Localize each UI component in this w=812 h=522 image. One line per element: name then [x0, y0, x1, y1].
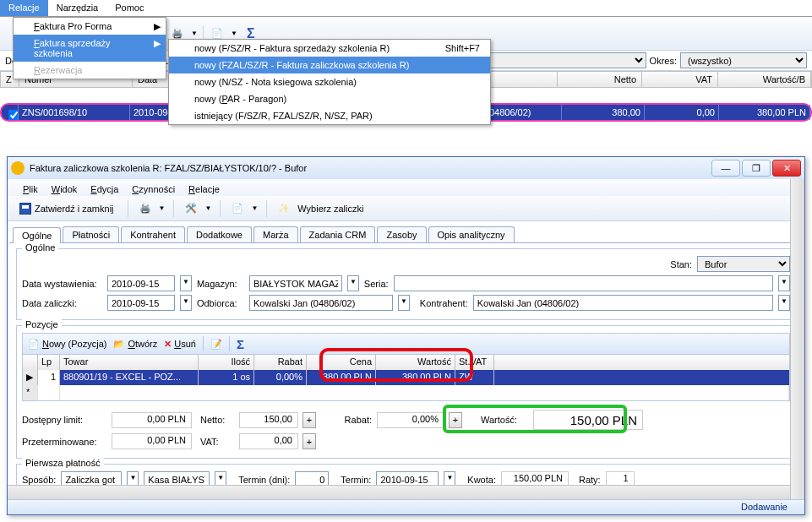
- cell-ilosc: 1 os: [199, 370, 254, 385]
- pozycje-header: Lp Towar Ilość Rabat Cena Wartość St.VAT: [23, 355, 789, 370]
- dropdown-caret-icon[interactable]: ▼: [347, 275, 359, 291]
- dropdown-caret-icon[interactable]: ▼: [778, 275, 790, 291]
- dropdown-caret-icon[interactable]: ▼: [159, 204, 166, 212]
- sigma-icon[interactable]: Σ: [237, 337, 244, 351]
- col-netto[interactable]: Netto: [558, 72, 642, 87]
- menu-relacje[interactable]: Relacje: [0, 0, 48, 16]
- wybierz-zaliczki-button[interactable]: Wybierz zaliczki: [297, 204, 363, 214]
- dropdown-caret-icon[interactable]: ▼: [398, 295, 410, 311]
- winmenu-edycja[interactable]: Edycja: [84, 182, 125, 196]
- col-vat[interactable]: VAT: [642, 72, 718, 87]
- fm-nowy-fzal[interactable]: nowy (FZAL/SZ/R - Faktura zaliczkowa szk…: [169, 57, 490, 73]
- cell-lp: 1: [38, 370, 60, 385]
- col-wartoscb[interactable]: Wartość/B: [718, 72, 811, 87]
- tab-ogolne[interactable]: Ogólne: [13, 227, 61, 243]
- stan-select[interactable]: Bufor: [697, 256, 790, 272]
- preterm-label: Przeterminowane:: [22, 437, 106, 447]
- menu-pomoc[interactable]: Pomoc: [106, 0, 152, 16]
- tab-dodatkowe[interactable]: Dodatkowe: [187, 226, 252, 242]
- preview-icon[interactable]: 📄: [229, 200, 246, 217]
- otworz-button[interactable]: 📂Otwórz: [113, 339, 157, 350]
- cell-towar: 880901/19 - EXCEL - POZ...: [60, 370, 199, 385]
- data-wystawienia-input[interactable]: [107, 275, 175, 291]
- dropdown-caret-icon[interactable]: ▼: [231, 30, 237, 37]
- col-stvat[interactable]: St.VAT: [455, 355, 494, 370]
- submenu-faktura-sprzedazy[interactable]: Faktura sprzedaży szkolenia▶: [14, 35, 166, 62]
- dropdown-caret-icon[interactable]: ▼: [251, 204, 258, 212]
- wand-icon: ✨: [275, 200, 292, 217]
- shortcut-label: Shift+F7: [445, 43, 480, 53]
- new-icon: 📄: [28, 339, 40, 350]
- tab-zasoby[interactable]: Zasoby: [377, 226, 426, 242]
- kontrahent-input[interactable]: [473, 295, 773, 311]
- date-picker-icon[interactable]: ▼: [180, 295, 192, 311]
- winmenu-relacje[interactable]: Relacje: [182, 182, 226, 196]
- pozycja-new-row[interactable]: *: [23, 385, 789, 400]
- pierwsza-platnosc-legend: Pierwsza płatność: [22, 458, 104, 468]
- pozycja-row[interactable]: ▶ 1 880901/19 - EXCEL - POZ... 1 os 0,00…: [23, 370, 789, 385]
- edit-icon[interactable]: 📝: [210, 339, 222, 350]
- fm-nowy-fszr[interactable]: nowy (F/SZ/R - Faktura sprzedaży szkolen…: [169, 40, 490, 57]
- date-picker-icon[interactable]: ▼: [180, 275, 192, 291]
- window-title: Faktura zaliczkowa szkolenia R: FZAL/SZ/…: [30, 163, 710, 173]
- submenu-proforma[interactable]: Faktura Pro Forma▶: [14, 18, 166, 35]
- odbiorca-input[interactable]: [249, 295, 393, 311]
- usun-button[interactable]: ✕Usuń: [164, 339, 196, 350]
- fm-nowy-par[interactable]: nowy (PAR - Paragon): [169, 90, 490, 107]
- winmenu-widok[interactable]: Widok: [45, 182, 84, 196]
- magazyn-input[interactable]: [249, 275, 342, 291]
- preterm-value: 0,00 PLN: [112, 433, 192, 449]
- maximize-button[interactable]: ❐: [742, 160, 771, 177]
- filter-okres-select[interactable]: (wszystko): [680, 52, 807, 68]
- rabat-plus-button[interactable]: +: [449, 412, 462, 428]
- menu-narzedzia[interactable]: Narzędzia: [48, 0, 107, 16]
- submenu-rezerwacja: Rezerwacja: [14, 62, 166, 79]
- submenu-relacje: Faktura Pro Forma▶ Faktura sprzedaży szk…: [13, 17, 166, 79]
- tab-kontrahent[interactable]: Kontrahent: [121, 226, 185, 242]
- wartosc-value: 150,00 PLN: [533, 410, 643, 430]
- fm-istniejacy[interactable]: istniejący (F/SZ/R, FZAL/SZ/R, N/SZ, PAR…: [169, 107, 490, 124]
- tab-zadania-crm[interactable]: Zadania CRM: [300, 226, 376, 242]
- col-rabat[interactable]: Rabat: [254, 355, 307, 370]
- tab-marza[interactable]: Marża: [253, 226, 298, 242]
- pozycje-fieldset: Pozycje 📄Nowy (Pozycja) 📂Otwórz ✕Usuń 📝 …: [16, 325, 796, 459]
- horizontal-scrollbar[interactable]: [8, 485, 790, 499]
- kontrahent-label: Kontrahent:: [420, 298, 468, 308]
- col-towar[interactable]: Towar: [60, 355, 199, 370]
- main-menubar: Relacje Narzędzia Pomoc: [0, 0, 812, 17]
- vat-value[interactable]: 0,00: [239, 433, 298, 449]
- vertical-scrollbar[interactable]: [790, 179, 804, 499]
- netto-label: Netto:: [200, 415, 234, 425]
- fm-nowy-nsz[interactable]: nowy (N/SZ - Nota ksiegowa szkolenia): [169, 73, 490, 90]
- col-cena[interactable]: Cena: [307, 355, 376, 370]
- seria-input[interactable]: [394, 275, 773, 291]
- dropdown-caret-icon[interactable]: ▼: [204, 204, 211, 212]
- tools-icon[interactable]: 🛠️: [183, 200, 199, 217]
- netto-plus-button[interactable]: +: [302, 412, 316, 428]
- nowy-pozycja-button[interactable]: 📄Nowy (Pozycja): [28, 339, 106, 350]
- netto-value[interactable]: 150,00: [239, 412, 298, 428]
- odbiorca-label: Odbiorca:: [197, 298, 244, 308]
- zatwierdz-zamknij-button[interactable]: Zatwierdź i zamknij: [14, 201, 119, 216]
- dropdown-caret-icon[interactable]: ▼: [191, 30, 198, 37]
- col-lp[interactable]: Lp: [38, 355, 60, 370]
- cell-wartosc: 380,00 PLN: [376, 370, 455, 385]
- tab-platnosci[interactable]: Płatności: [63, 226, 119, 242]
- window-menubar: Plik Widok Edycja Czynności Relacje: [8, 179, 804, 196]
- status-bar: Dodawanie: [8, 499, 804, 514]
- winmenu-czynnosci[interactable]: Czynności: [125, 182, 182, 196]
- window-titlebar[interactable]: Faktura zaliczkowa szkolenia R: FZAL/SZ/…: [8, 157, 804, 179]
- rabat-value[interactable]: 0,00%: [377, 412, 444, 428]
- printer-icon[interactable]: 🖨️: [137, 200, 154, 217]
- col-ilosc[interactable]: Ilość: [199, 355, 254, 370]
- chevron-right-icon: ▶: [154, 21, 161, 32]
- dropdown-caret-icon[interactable]: ▼: [778, 295, 790, 311]
- minimize-button[interactable]: —: [711, 160, 740, 177]
- vat-plus-button[interactable]: +: [302, 433, 316, 449]
- winmenu-plik[interactable]: Plik: [16, 182, 45, 196]
- close-button[interactable]: ✕: [772, 160, 801, 177]
- row-checkbox[interactable]: [2, 105, 19, 120]
- tab-opis-analityczny[interactable]: Opis analityczny: [428, 226, 515, 242]
- data-zaliczki-input[interactable]: [107, 295, 175, 311]
- col-wartosc[interactable]: Wartość: [376, 355, 455, 370]
